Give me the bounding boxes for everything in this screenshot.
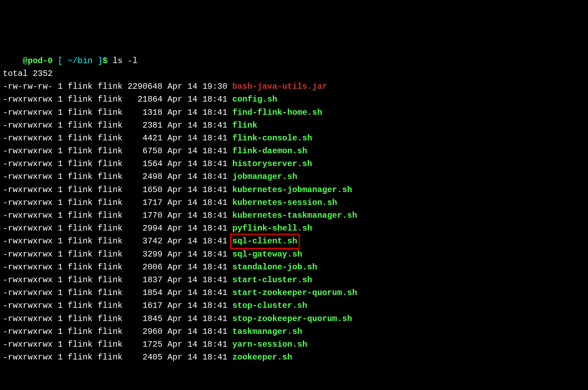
file-size: 2405 <box>123 353 163 362</box>
file-links: 1 <box>53 340 63 349</box>
file-name: flink <box>232 121 257 130</box>
file-permissions: -rwxrwxrwx <box>3 211 53 220</box>
file-links: 1 <box>53 159 63 168</box>
file-group: flink <box>93 185 122 194</box>
file-permissions: -rwxrwxrwx <box>3 108 53 117</box>
file-group: flink <box>93 133 122 143</box>
file-owner: flink <box>63 133 93 143</box>
file-row: -rwxrwxrwx 1 flink flink 1725 Apr 14 18:… <box>3 338 585 351</box>
file-size: 1770 <box>123 211 163 220</box>
file-owner: flink <box>63 146 93 156</box>
file-links: 1 <box>53 121 63 130</box>
file-row: -rwxrwxrwx 1 flink flink 1717 Apr 14 18:… <box>3 196 585 209</box>
file-permissions: -rwxrwxrwx <box>3 353 53 362</box>
file-name: jobmanager.sh <box>232 172 297 181</box>
file-name: kubernetes-session.sh <box>232 198 337 207</box>
file-links: 1 <box>53 327 63 336</box>
file-size: 6758 <box>123 146 163 156</box>
file-date: Apr 14 18:41 <box>163 224 232 233</box>
file-name: flink-daemon.sh <box>232 146 307 156</box>
file-date: Apr 14 18:41 <box>163 288 232 297</box>
file-owner: flink <box>63 172 93 181</box>
file-row: -rwxrwxrwx 1 flink flink 6758 Apr 14 18:… <box>3 145 585 157</box>
file-owner: flink <box>63 275 93 285</box>
file-name: flink-console.sh <box>232 133 312 143</box>
file-permissions: -rwxrwxrwx <box>3 340 53 349</box>
file-owner: flink <box>63 159 93 168</box>
file-date: Apr 14 18:41 <box>163 95 232 104</box>
file-row: -rwxrwxrwx 1 flink flink 2960 Apr 14 18:… <box>3 325 585 338</box>
file-name: start-cluster.sh <box>232 275 312 285</box>
file-owner: flink <box>63 108 93 117</box>
file-permissions: -rwxrwxrwx <box>3 146 53 156</box>
file-permissions: -rwxrwxrwx <box>3 159 53 168</box>
file-name: stop-cluster.sh <box>232 301 307 310</box>
file-owner: flink <box>63 353 93 362</box>
file-permissions: -rw-rw-rw- <box>3 82 53 91</box>
file-group: flink <box>93 250 122 259</box>
file-permissions: -rwxrwxrwx <box>3 236 53 246</box>
file-group: flink <box>93 224 122 233</box>
file-group: flink <box>93 340 122 349</box>
file-group: flink <box>93 353 122 362</box>
terminal-output[interactable]: @pod-0 [ ~/bin ]$ ls -ltotal 2352-rw-rw-… <box>3 54 585 364</box>
file-permissions: -rwxrwxrwx <box>3 133 53 143</box>
file-size: 2006 <box>123 262 163 272</box>
file-size: 2498 <box>123 172 163 181</box>
file-links: 1 <box>53 198 63 207</box>
file-owner: flink <box>63 340 93 349</box>
file-permissions: -rwxrwxrwx <box>3 172 53 181</box>
file-size: 1564 <box>123 159 163 168</box>
file-size: 1845 <box>123 314 163 323</box>
file-links: 1 <box>53 250 63 259</box>
file-date: Apr 14 18:41 <box>163 211 232 220</box>
file-date: Apr 14 18:41 <box>163 172 232 181</box>
file-links: 1 <box>53 172 63 181</box>
prompt-path: ~/bin <box>68 56 93 66</box>
file-date: Apr 14 18:41 <box>163 108 232 117</box>
file-name: zookeeper.sh <box>232 353 292 362</box>
file-owner: flink <box>63 198 93 207</box>
file-owner: flink <box>63 288 93 297</box>
file-owner: flink <box>63 185 93 194</box>
file-row: -rwxrwxrwx 1 flink flink 21864 Apr 14 18… <box>3 93 585 106</box>
file-links: 1 <box>53 353 63 362</box>
file-name: historyserver.sh <box>232 159 312 168</box>
file-name: kubernetes-jobmanager.sh <box>232 185 352 194</box>
file-name: standalone-job.sh <box>232 262 317 272</box>
file-links: 1 <box>53 95 63 104</box>
file-date: Apr 14 18:41 <box>163 262 232 272</box>
file-row: -rwxrwxrwx 1 flink flink 3742 Apr 14 18:… <box>3 235 585 248</box>
file-size: 1318 <box>123 108 163 117</box>
file-permissions: -rwxrwxrwx <box>3 198 53 207</box>
file-size: 3299 <box>123 250 163 259</box>
file-group: flink <box>93 211 122 220</box>
file-row: -rwxrwxrwx 1 flink flink 2006 Apr 14 18:… <box>3 261 585 274</box>
file-group: flink <box>93 236 122 246</box>
file-date: Apr 14 18:41 <box>163 340 232 349</box>
file-size: 1617 <box>123 301 163 310</box>
file-size: 1717 <box>123 198 163 207</box>
file-name: stop-zookeeper-quorum.sh <box>232 314 352 323</box>
file-name: sql-gateway.sh <box>232 250 302 259</box>
total-line: total 2352 <box>3 67 585 80</box>
file-permissions: -rwxrwxrwx <box>3 95 53 104</box>
file-size: 2960 <box>123 327 163 336</box>
file-name: find-flink-home.sh <box>232 108 322 117</box>
file-links: 1 <box>53 82 63 91</box>
file-owner: flink <box>63 211 93 220</box>
file-permissions: -rwxrwxrwx <box>3 224 53 233</box>
file-row: -rwxrwxrwx 1 flink flink 1854 Apr 14 18:… <box>3 286 585 299</box>
file-row: -rwxrwxrwx 1 flink flink 1845 Apr 14 18:… <box>3 312 585 325</box>
file-row: -rwxrwxrwx 1 flink flink 2381 Apr 14 18:… <box>3 119 585 132</box>
file-size: 1650 <box>123 185 163 194</box>
prompt-bracket-open: [ <box>58 56 62 66</box>
file-date: Apr 14 18:41 <box>163 146 232 156</box>
file-date: Apr 14 18:41 <box>163 275 232 285</box>
file-date: Apr 14 18:41 <box>163 301 232 310</box>
file-permissions: -rwxrwxrwx <box>3 327 53 336</box>
file-permissions: -rwxrwxrwx <box>3 250 53 259</box>
file-permissions: -rwxrwxrwx <box>3 275 53 285</box>
file-name: bash-java-utils.jar <box>232 82 327 91</box>
file-group: flink <box>93 275 122 285</box>
